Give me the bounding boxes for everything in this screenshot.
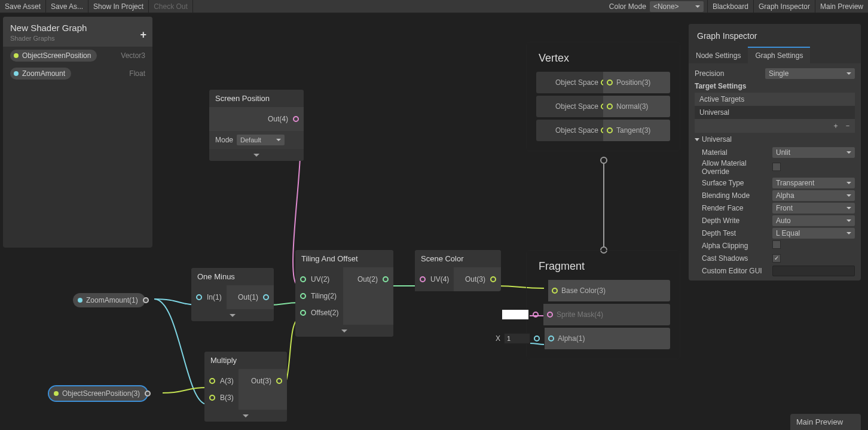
node-expand-toggle[interactable] (209, 149, 304, 161)
node-title[interactable]: Scene Color (415, 250, 501, 267)
port-icon[interactable] (420, 276, 426, 282)
precision-select[interactable]: Single (765, 68, 855, 79)
input-port-offset[interactable]: Offset(2) (295, 304, 343, 321)
color-swatch[interactable] (502, 309, 529, 320)
output-port[interactable] (143, 297, 149, 303)
property-row[interactable]: ZoomAmount Float (3, 65, 152, 83)
main-preview-panel[interactable]: Main Preview (790, 414, 861, 430)
property-type: Float (129, 69, 145, 78)
block-base-color[interactable]: Base Color(3) (536, 280, 670, 301)
save-asset-button[interactable]: Save Asset (0, 0, 46, 13)
port-icon[interactable] (263, 294, 269, 300)
property-token-objectscreenposition[interactable]: ObjectScreenPosition(3) (49, 386, 147, 401)
port-icon[interactable] (276, 378, 282, 384)
port-icon[interactable] (607, 103, 613, 109)
chevron-down-icon (341, 330, 347, 333)
node-expand-toggle[interactable] (204, 410, 287, 422)
port-icon[interactable] (533, 312, 539, 318)
output-port-out[interactable]: Out(4) (209, 111, 304, 127)
alpha-clipping-checkbox[interactable] (772, 240, 781, 249)
node-scene-color[interactable]: Scene Color UV(4) Out(3) (415, 250, 501, 291)
blackboard-toggle-button[interactable]: Blackboard (707, 0, 753, 13)
property-pill[interactable]: ObjectScreenPosition (10, 50, 97, 62)
node-one-minus[interactable]: One Minus In(1) Out(1) (191, 268, 274, 321)
inspector-title[interactable]: Graph Inspector (689, 24, 861, 48)
graph-inspector-toggle-button[interactable]: Graph Inspector (753, 0, 815, 13)
block-normal[interactable]: Object Space Normal(3) (536, 96, 670, 117)
port-icon[interactable] (548, 336, 554, 341)
node-title[interactable]: Screen Position (209, 90, 304, 107)
port-icon[interactable] (607, 80, 613, 86)
block-sprite-mask[interactable]: Sprite Mask(4) (536, 304, 670, 325)
blending-mode-select[interactable]: Alpha (772, 190, 855, 201)
output-port-out[interactable]: Out(3) (454, 271, 501, 288)
mode-select[interactable]: Default (237, 135, 285, 145)
port-icon[interactable] (547, 312, 553, 318)
remove-target-button[interactable]: － (844, 121, 851, 131)
add-property-button[interactable]: + (140, 29, 146, 41)
output-port-out[interactable]: Out(2) (343, 271, 393, 288)
add-target-button[interactable]: ＋ (832, 121, 839, 131)
node-expand-toggle[interactable] (191, 309, 274, 321)
output-port[interactable] (145, 391, 151, 397)
depth-write-select[interactable]: Auto (772, 215, 855, 226)
port-icon[interactable] (209, 395, 215, 401)
node-screen-position[interactable]: Screen Position Out(4) Mode Default (209, 90, 304, 161)
block-space-label: Object Space (536, 120, 603, 141)
block-alpha[interactable]: X 1 Alpha(1) (536, 328, 670, 349)
tab-graph-settings[interactable]: Graph Settings (748, 47, 810, 63)
blackboard-header[interactable]: New Shader Graph Shader Graphs + (3, 17, 152, 47)
cast-shadows-checkbox[interactable] (772, 254, 781, 263)
input-port-in[interactable]: In(1) (191, 289, 227, 306)
inspector-tabs: Node Settings Graph Settings (689, 48, 861, 63)
port-icon[interactable] (293, 116, 299, 122)
port-icon[interactable] (552, 288, 558, 294)
allow-material-override-checkbox[interactable] (772, 163, 781, 171)
port-icon[interactable] (196, 294, 202, 300)
port-icon[interactable] (300, 310, 306, 316)
port-icon[interactable] (209, 378, 215, 384)
tab-node-settings[interactable]: Node Settings (689, 48, 748, 63)
input-port-uv[interactable]: UV(2) (295, 271, 343, 288)
material-select[interactable]: Unlit (772, 147, 855, 158)
node-title[interactable]: Tiling And Offset (295, 250, 393, 267)
port-icon[interactable] (300, 293, 306, 299)
universal-foldout[interactable]: Universal (695, 135, 855, 144)
custom-editor-gui-input[interactable] (772, 266, 855, 276)
depth-test-select[interactable]: L Equal (772, 228, 855, 239)
node-title[interactable]: One Minus (191, 268, 274, 285)
property-pill[interactable]: ZoomAmount (10, 68, 71, 80)
input-port-uv[interactable]: UV(4) (415, 271, 454, 288)
alpha-input[interactable]: 1 (504, 333, 530, 344)
output-port-out[interactable]: Out(1) (227, 289, 274, 306)
port-icon[interactable] (534, 336, 540, 341)
node-expand-toggle[interactable] (295, 325, 393, 337)
save-as-button[interactable]: Save As... (46, 0, 88, 13)
block-tangent[interactable]: Object Space Tangent(3) (536, 120, 670, 141)
main-preview-toggle-button[interactable]: Main Preview (815, 0, 868, 13)
node-multiply[interactable]: Multiply A(3) B(3) Out(3) (204, 352, 287, 422)
show-in-project-button[interactable]: Show In Project (88, 0, 149, 13)
property-type: Vector3 (121, 51, 145, 60)
render-face-select[interactable]: Front (772, 203, 855, 214)
surface-type-select[interactable]: Transparent (772, 178, 855, 188)
vertex-stack[interactable]: Vertex Object Space Position(3) Object S… (526, 42, 680, 151)
fragment-stack[interactable]: Fragment Base Color(3) Sprite Mask(4) X … (526, 250, 680, 359)
target-settings-header: Target Settings (695, 82, 855, 90)
port-icon[interactable] (383, 276, 389, 282)
output-port-out[interactable]: Out(3) (239, 373, 287, 389)
property-row[interactable]: ObjectScreenPosition Vector3 (3, 47, 152, 65)
port-icon[interactable] (300, 276, 306, 282)
input-port-a[interactable]: A(3) (204, 373, 239, 389)
block-position[interactable]: Object Space Position(3) (536, 72, 670, 93)
port-icon[interactable] (607, 127, 613, 133)
port-icon[interactable] (490, 276, 496, 282)
render-face-label: Render Face (702, 204, 772, 212)
property-token-zoomamount[interactable]: ZoomAmount(1) (73, 293, 145, 307)
color-mode-select[interactable]: <None> (650, 1, 704, 12)
input-port-tiling[interactable]: Tiling(2) (295, 288, 343, 304)
node-title[interactable]: Multiply (204, 352, 287, 369)
input-port-b[interactable]: B(3) (204, 389, 239, 406)
node-tiling-and-offset[interactable]: Tiling And Offset UV(2) Tiling(2) Offset… (295, 250, 393, 337)
target-item[interactable]: Universal (695, 106, 855, 119)
